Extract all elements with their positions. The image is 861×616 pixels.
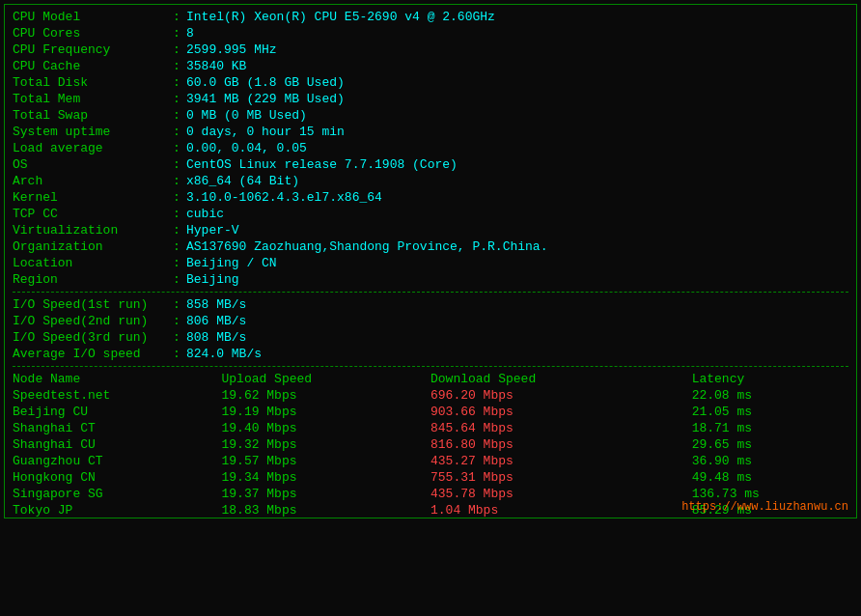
arch-label: Arch [13, 173, 167, 189]
virtualization-label: Virtualization [13, 222, 167, 238]
io-avg-row: Average I/O speed : 824.0 MB/s [13, 346, 848, 362]
network-node-name: Shanghai CT [13, 420, 222, 436]
kernel-value: 3.10.0-1062.4.3.el7.x86_64 [186, 189, 848, 206]
total-mem-row: Total Mem : 3941 MB (229 MB Used) [13, 91, 848, 107]
io-run3-label: I/O Speed(3rd run) [13, 329, 167, 346]
network-download-speed: 755.31 Mbps [430, 469, 692, 486]
organization-row: Organization : AS137690 Zaozhuang,Shando… [13, 238, 848, 255]
total-swap-label: Total Swap [13, 107, 167, 124]
network-download-speed: 696.20 Mbps [430, 387, 692, 404]
total-disk-value: 60.0 GB (1.8 GB Used) [186, 74, 848, 91]
io-run3-value: 808 MB/s [186, 329, 848, 346]
kernel-label: Kernel [13, 189, 167, 206]
cpu-freq-row: CPU Frequency : 2599.995 MHz [13, 42, 848, 58]
load-average-value: 0.00, 0.04, 0.05 [186, 140, 848, 156]
network-upload-speed: 19.57 Mbps [222, 453, 431, 469]
cpu-freq-value: 2599.995 MHz [186, 42, 848, 58]
total-disk-label: Total Disk [13, 74, 167, 91]
network-row: Speedtest.net19.62 Mbps696.20 Mbps22.08 … [13, 387, 848, 404]
network-row: Guangzhou CT19.57 Mbps435.27 Mbps36.90 m… [13, 453, 848, 469]
io-run2-value: 806 MB/s [186, 313, 848, 329]
organization-value: AS137690 Zaozhuang,Shandong Province, P.… [186, 238, 848, 255]
system-info-table: CPU Model : Intel(R) Xeon(R) CPU E5-2690… [13, 9, 848, 288]
io-run1-label: I/O Speed(1st run) [13, 296, 167, 313]
system-uptime-label: System uptime [13, 124, 167, 140]
total-swap-value: 0 MB (0 MB Used) [186, 107, 848, 124]
cpu-model-value: Intel(R) Xeon(R) CPU E5-2690 v4 @ 2.60GH… [186, 9, 848, 25]
io-run2-row: I/O Speed(2nd run) : 806 MB/s [13, 313, 848, 329]
colon: : [167, 9, 186, 25]
divider-1 [13, 292, 848, 293]
system-uptime-row: System uptime : 0 days, 0 hour 15 min [13, 124, 848, 140]
total-disk-row: Total Disk : 60.0 GB (1.8 GB Used) [13, 74, 848, 91]
io-avg-value: 824.0 MB/s [186, 346, 848, 362]
col-header-download: Download Speed [430, 371, 692, 387]
system-uptime-value: 0 days, 0 hour 15 min [186, 124, 848, 140]
cpu-cache-row: CPU Cache : 35840 KB [13, 58, 848, 74]
network-row: Hongkong CN19.34 Mbps755.31 Mbps49.48 ms [13, 469, 848, 486]
total-mem-value: 3941 MB (229 MB Used) [186, 91, 848, 107]
network-node-name: Shanghai CU [13, 436, 222, 453]
io-run1-row: I/O Speed(1st run) : 858 MB/s [13, 296, 848, 313]
network-row: Beijing CU19.19 Mbps903.66 Mbps21.05 ms [13, 404, 848, 420]
total-swap-row: Total Swap : 0 MB (0 MB Used) [13, 107, 848, 124]
network-download-speed: 435.27 Mbps [430, 453, 692, 469]
io-run3-row: I/O Speed(3rd run) : 808 MB/s [13, 329, 848, 346]
virtualization-value: Hyper-V [186, 222, 848, 238]
network-download-speed: 903.66 Mbps [430, 404, 692, 420]
io-run2-label: I/O Speed(2nd run) [13, 313, 167, 329]
divider-2 [13, 366, 848, 367]
network-upload-speed: 19.62 Mbps [222, 387, 431, 404]
cpu-freq-label: CPU Frequency [13, 42, 167, 58]
cpu-model-row: CPU Model : Intel(R) Xeon(R) CPU E5-2690… [13, 9, 848, 25]
cpu-cores-row: CPU Cores : 8 [13, 25, 848, 42]
network-header-row: Node Name Upload Speed Download Speed La… [13, 371, 848, 387]
network-latency: 18.71 ms [692, 420, 848, 436]
network-latency: 36.90 ms [692, 453, 848, 469]
os-label: OS [13, 156, 167, 173]
network-row: Shanghai CU19.32 Mbps816.80 Mbps29.65 ms [13, 436, 848, 453]
io-avg-label: Average I/O speed [13, 346, 167, 362]
network-latency: 49.48 ms [692, 469, 848, 486]
io-section: I/O Speed(1st run) : 858 MB/s I/O Speed(… [13, 296, 848, 362]
total-mem-label: Total Mem [13, 91, 167, 107]
network-download-speed: 816.80 Mbps [430, 436, 692, 453]
network-node-name: Guangzhou CT [13, 453, 222, 469]
region-row: Region : Beijing [13, 271, 848, 288]
cpu-cores-value: 8 [186, 25, 848, 42]
region-value: Beijing [186, 271, 848, 288]
load-average-row: Load average : 0.00, 0.04, 0.05 [13, 140, 848, 156]
organization-label: Organization [13, 238, 167, 255]
cpu-cache-label: CPU Cache [13, 58, 167, 74]
network-latency: 22.08 ms [692, 387, 848, 404]
arch-value: x86_64 (64 Bit) [186, 173, 848, 189]
network-upload-speed: 19.40 Mbps [222, 420, 431, 436]
virtualization-row: Virtualization : Hyper-V [13, 222, 848, 238]
cpu-model-label: CPU Model [13, 9, 167, 25]
location-row: Location : Beijing / CN [13, 255, 848, 271]
col-header-latency: Latency [692, 371, 848, 387]
network-node-name: Speedtest.net [13, 387, 222, 404]
network-upload-speed: 19.34 Mbps [222, 469, 431, 486]
location-value: Beijing / CN [186, 255, 848, 271]
region-label: Region [13, 271, 167, 288]
tcp-cc-row: TCP CC : cubic [13, 206, 848, 222]
tcp-cc-value: cubic [186, 206, 848, 222]
os-row: OS : CentOS Linux release 7.7.1908 (Core… [13, 156, 848, 173]
network-row: Shanghai CT19.40 Mbps845.64 Mbps18.71 ms [13, 420, 848, 436]
load-average-label: Load average [13, 140, 167, 156]
network-latency: 29.65 ms [692, 436, 848, 453]
io-run1-value: 858 MB/s [186, 296, 848, 313]
location-label: Location [13, 255, 167, 271]
network-upload-speed: 19.32 Mbps [222, 436, 431, 453]
kernel-row: Kernel : 3.10.0-1062.4.3.el7.x86_64 [13, 189, 848, 206]
network-node-name: Hongkong CN [13, 469, 222, 486]
io-table: I/O Speed(1st run) : 858 MB/s I/O Speed(… [13, 296, 848, 362]
network-speed-table: Node Name Upload Speed Download Speed La… [13, 371, 848, 518]
tcp-cc-label: TCP CC [13, 206, 167, 222]
cpu-cache-value: 35840 KB [186, 58, 848, 74]
watermark-text: https://www.liuzhanwu.cn [681, 500, 848, 514]
col-header-node: Node Name [13, 371, 222, 387]
network-latency: 21.05 ms [692, 404, 848, 420]
os-value: CentOS Linux release 7.7.1908 (Core) [186, 156, 848, 173]
